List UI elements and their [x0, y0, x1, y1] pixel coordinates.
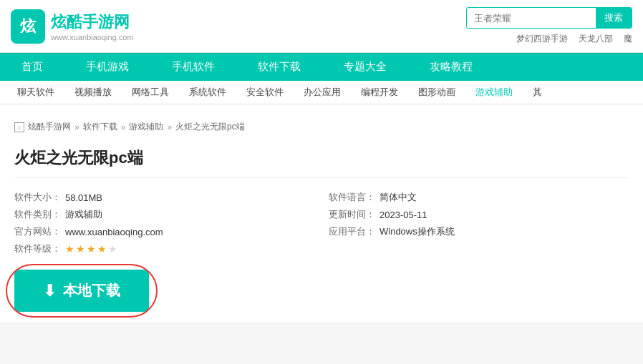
- info-category: 软件类别： 游戏辅助: [14, 208, 314, 221]
- info-rating: 软件等级： ★ ★ ★ ★ ★: [14, 242, 314, 255]
- sub-nav-office[interactable]: 办公应用: [294, 81, 351, 104]
- nav-item-guides[interactable]: 攻略教程: [408, 53, 494, 81]
- star-5: ★: [108, 243, 117, 255]
- download-icon: ⬇: [43, 282, 56, 300]
- quick-link-1[interactable]: 天龙八部: [579, 33, 613, 45]
- category-value: 游戏辅助: [65, 208, 102, 221]
- download-btn-wrapper: ⬇ 本地下载: [14, 270, 149, 312]
- logo-icon: 炫: [11, 9, 45, 44]
- search-bar: 搜索: [466, 7, 632, 29]
- download-section: ⬇ 本地下载: [14, 270, 629, 312]
- quick-links: 梦幻西游手游 天龙八部 魔: [516, 33, 632, 45]
- platform-value: Windows操作系统: [379, 225, 455, 238]
- platform-label: 应用平台：: [329, 225, 375, 238]
- star-4: ★: [97, 243, 107, 255]
- star-3: ★: [87, 243, 96, 255]
- sub-nav-system[interactable]: 系统软件: [179, 81, 236, 104]
- info-size: 软件大小： 58.01MB: [14, 191, 314, 204]
- nav-item-home[interactable]: 首页: [0, 53, 64, 81]
- sub-nav: 聊天软件 视频播放 网络工具 系统软件 安全软件 办公应用 编程开发 图形动画 …: [0, 81, 643, 104]
- header: 炫 炫酷手游网 www.xuanbiaoqing.com 搜索 梦幻西游手游 天…: [0, 0, 643, 53]
- software-info: 软件大小： 58.01MB 软件类别： 游戏辅助 官方网站： www.xuanb…: [14, 191, 629, 255]
- main-nav: 首页 手机游戏 手机软件 软件下载 专题大全 攻略教程: [0, 53, 643, 81]
- info-website: 官方网站： www.xuanbiaoqing.com: [14, 225, 314, 238]
- site-subtitle: www.xuanbiaoqing.com: [51, 33, 134, 41]
- website-value: www.xuanbiaoqing.com: [65, 227, 163, 237]
- sub-nav-security[interactable]: 安全软件: [236, 81, 294, 104]
- breadcrumb: ⌂ 炫酷手游网 » 软件下载 » 游戏辅助 » 火炬之光无限pc端: [14, 115, 629, 139]
- sub-nav-graphics[interactable]: 图形动画: [408, 81, 465, 104]
- breadcrumb-home[interactable]: 炫酷手游网: [28, 121, 71, 133]
- nav-item-topics[interactable]: 专题大全: [322, 53, 408, 81]
- nav-item-software-download[interactable]: 软件下载: [236, 53, 322, 81]
- header-right: 搜索 梦幻西游手游 天龙八部 魔: [466, 7, 632, 45]
- sub-nav-video[interactable]: 视频播放: [64, 81, 122, 104]
- breadcrumb-game-assist[interactable]: 游戏辅助: [129, 121, 163, 133]
- update-label: 更新时间：: [329, 208, 375, 221]
- info-language: 软件语言： 简体中文: [329, 191, 629, 204]
- search-button[interactable]: 搜索: [596, 8, 632, 28]
- category-label: 软件类别：: [14, 208, 61, 221]
- home-icon: ⌂: [14, 122, 24, 132]
- quick-link-0[interactable]: 梦幻西游手游: [516, 33, 568, 45]
- breadcrumb-software-download[interactable]: 软件下载: [83, 121, 117, 133]
- page-title: 火炬之光无限pc端: [14, 147, 629, 178]
- download-label: 本地下载: [63, 281, 120, 300]
- star-1: ★: [65, 243, 74, 255]
- logo-text: 炫酷手游网 www.xuanbiaoqing.com: [51, 11, 134, 41]
- language-value: 简体中文: [379, 191, 417, 204]
- size-label: 软件大小：: [14, 191, 61, 204]
- nav-item-mobile-games[interactable]: 手机游戏: [64, 53, 150, 81]
- sub-nav-other[interactable]: 其: [523, 81, 552, 104]
- site-title: 炫酷手游网: [51, 11, 134, 33]
- website-label: 官方网站：: [14, 225, 61, 238]
- breadcrumb-current[interactable]: 火炬之光无限pc端: [175, 121, 245, 133]
- sub-nav-game-assist[interactable]: 游戏辅助: [465, 81, 523, 104]
- info-platform: 应用平台： Windows操作系统: [329, 225, 629, 238]
- nav-item-mobile-software[interactable]: 手机软件: [150, 53, 236, 81]
- star-2: ★: [76, 243, 85, 255]
- search-input[interactable]: [467, 9, 596, 27]
- breadcrumb-sep-3: »: [167, 122, 172, 132]
- sub-nav-programming[interactable]: 编程开发: [351, 81, 408, 104]
- quick-link-2[interactable]: 魔: [624, 33, 632, 45]
- update-value: 2023-05-11: [379, 210, 427, 220]
- breadcrumb-sep-1: »: [74, 122, 79, 132]
- language-label: 软件语言：: [329, 191, 375, 204]
- breadcrumb-sep-2: »: [121, 122, 126, 132]
- sub-nav-network[interactable]: 网络工具: [122, 81, 179, 104]
- download-button[interactable]: ⬇ 本地下载: [14, 270, 149, 312]
- content: ⌂ 炫酷手游网 » 软件下载 » 游戏辅助 » 火炬之光无限pc端 火炬之光无限…: [0, 104, 643, 323]
- sub-nav-chat[interactable]: 聊天软件: [7, 81, 64, 104]
- info-update: 更新时间： 2023-05-11: [329, 208, 629, 221]
- rating-label: 软件等级：: [14, 242, 61, 255]
- logo-area: 炫 炫酷手游网 www.xuanbiaoqing.com: [11, 9, 134, 44]
- stars: ★ ★ ★ ★ ★: [65, 243, 117, 255]
- size-value: 58.01MB: [65, 192, 102, 203]
